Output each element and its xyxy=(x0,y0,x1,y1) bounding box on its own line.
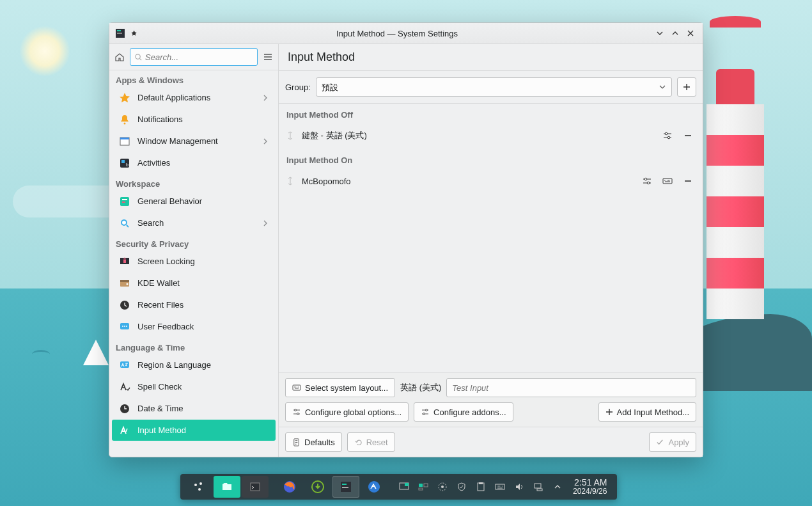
svg-rect-16 xyxy=(123,260,126,263)
sliders-icon xyxy=(292,407,301,416)
taskbar-dolphin[interactable] xyxy=(214,476,240,498)
sidebar-item-user-feedback[interactable]: User Feedback xyxy=(112,316,276,337)
sidebar-section-title: Security & Privacy xyxy=(109,234,278,250)
tray-im-icon[interactable] xyxy=(433,478,451,496)
taskbar-kate[interactable] xyxy=(361,476,387,498)
sidebar-item-search[interactable]: Search xyxy=(112,212,276,233)
group-select[interactable]: 預設 xyxy=(316,77,672,97)
tray-volume-icon[interactable] xyxy=(510,478,528,496)
sidebar-item-label: General Behavior xyxy=(137,196,270,206)
drag-handle-icon[interactable] xyxy=(286,177,295,186)
svg-point-27 xyxy=(665,132,668,135)
add-input-method-button[interactable]: Add Input Method... xyxy=(598,402,696,422)
svg-point-3 xyxy=(136,54,140,58)
window-app-icon xyxy=(114,28,126,39)
defaults-button[interactable]: Defaults xyxy=(285,432,342,452)
svg-point-34 xyxy=(297,413,299,415)
tray-network-icon[interactable] xyxy=(529,478,547,496)
lock-icon xyxy=(118,255,131,268)
sidebar-item-activities[interactable]: bActivities xyxy=(112,152,276,173)
window-icon xyxy=(118,135,131,148)
star-icon xyxy=(118,91,131,104)
taskbar-downloads[interactable] xyxy=(304,476,331,498)
sidebar-item-recent-files[interactable]: Recent Files xyxy=(112,294,276,315)
behavior-icon xyxy=(118,195,131,208)
tray-desktop-icon[interactable] xyxy=(395,478,413,496)
taskbar-system-settings[interactable] xyxy=(332,476,359,498)
wallet-icon xyxy=(118,277,131,290)
section-off-label: Input Method Off xyxy=(279,104,703,122)
sidebar-item-notifications[interactable]: Notifications xyxy=(112,109,276,130)
svg-rect-52 xyxy=(419,488,423,490)
add-group-button[interactable] xyxy=(677,77,696,97)
close-button[interactable] xyxy=(683,26,698,40)
svg-point-36 xyxy=(423,413,425,415)
configure-im-button[interactable] xyxy=(640,174,654,188)
im-row[interactable]: 鍵盤 - 英語 (美式) xyxy=(279,122,703,149)
sidebar-item-window-management[interactable]: Window Management xyxy=(112,130,276,152)
test-input[interactable] xyxy=(446,378,696,397)
im-off-list: 鍵盤 - 英語 (美式) xyxy=(279,122,703,149)
svg-rect-2 xyxy=(117,33,122,34)
svg-rect-56 xyxy=(479,482,483,484)
svg-point-19 xyxy=(127,283,129,285)
chevron-right-icon xyxy=(262,94,270,102)
sidebar-item-kde-wallet[interactable]: KDE Wallet xyxy=(112,273,276,294)
configure-global-button[interactable]: Configure global options... xyxy=(285,402,409,422)
maximize-button[interactable] xyxy=(668,26,682,40)
feedback-icon xyxy=(118,320,131,333)
sidebar-item-default-applications[interactable]: Default Applications xyxy=(112,87,276,108)
search-input[interactable] xyxy=(130,48,258,66)
search-icon xyxy=(134,53,143,61)
hamburger-menu-button[interactable] xyxy=(262,49,274,65)
search-field[interactable] xyxy=(145,52,253,62)
svg-rect-1 xyxy=(117,30,121,31)
tray-chevron-up-icon[interactable] xyxy=(549,478,566,496)
content-pane: Input Method Group: 預設 Input Method Off … xyxy=(279,44,703,457)
sidebar-item-label: KDE Wallet xyxy=(137,278,270,288)
window-title: Input Method — System Settings xyxy=(143,29,652,38)
footer: Defaults Reset Apply xyxy=(279,427,703,457)
svg-point-39 xyxy=(199,482,202,485)
select-system-layout-button[interactable]: Select system layout... xyxy=(285,378,395,397)
tray-clipboard-icon[interactable] xyxy=(472,478,490,496)
keyboard-icon xyxy=(292,383,301,392)
taskbar-firefox[interactable] xyxy=(276,476,303,498)
tray-keyboard-icon[interactable] xyxy=(491,478,509,496)
taskbar-konsole[interactable] xyxy=(242,476,269,498)
svg-rect-49 xyxy=(405,483,409,486)
svg-point-40 xyxy=(198,488,201,491)
keyboard-layout-button[interactable] xyxy=(660,174,675,188)
taskbar-clock[interactable]: 2:51 AM 2024/9/26 xyxy=(568,478,612,496)
remove-im-button[interactable] xyxy=(681,129,695,143)
pin-icon[interactable] xyxy=(129,28,140,39)
app-launcher-button[interactable] xyxy=(185,476,212,498)
sidebar-item-date-time[interactable]: Date & Time xyxy=(112,398,276,419)
sidebar-item-general-behavior[interactable]: General Behavior xyxy=(112,191,276,212)
svg-point-38 xyxy=(194,484,197,486)
sidebar-item-spell-check[interactable]: Spell Check xyxy=(112,376,276,397)
sidebar-item-input-method[interactable]: Input Method xyxy=(112,420,276,441)
clock-time: 2:51 AM xyxy=(573,478,607,487)
taskbar: 2:51 AM 2024/9/26 xyxy=(180,474,617,500)
reset-button[interactable]: Reset xyxy=(347,432,395,452)
configure-im-button[interactable] xyxy=(660,129,675,143)
minimize-button[interactable] xyxy=(653,26,667,40)
svg-rect-50 xyxy=(419,484,423,487)
tray-pager-icon[interactable] xyxy=(414,478,432,496)
apply-button[interactable]: Apply xyxy=(649,432,696,452)
titlebar[interactable]: Input Method — System Settings xyxy=(109,23,703,44)
svg-point-24 xyxy=(126,326,127,327)
sidebar-list[interactable]: Apps & WindowsDefault ApplicationsNotifi… xyxy=(109,70,278,457)
drag-handle-icon[interactable] xyxy=(286,131,295,140)
im-row[interactable]: McBopomofo xyxy=(279,168,703,194)
home-button[interactable] xyxy=(113,49,126,65)
sidebar-item-label: Date & Time xyxy=(137,404,270,413)
tray-shield-icon[interactable] xyxy=(453,478,471,496)
sidebar-item-screen-locking[interactable]: Screen Locking xyxy=(112,251,276,272)
sidebar-item-region-language[interactable]: Region & Language xyxy=(112,354,276,376)
remove-im-button[interactable] xyxy=(681,174,695,188)
configure-addons-button[interactable]: Configure addons... xyxy=(414,402,513,422)
svg-text:b: b xyxy=(126,162,129,167)
check-icon xyxy=(656,438,664,447)
